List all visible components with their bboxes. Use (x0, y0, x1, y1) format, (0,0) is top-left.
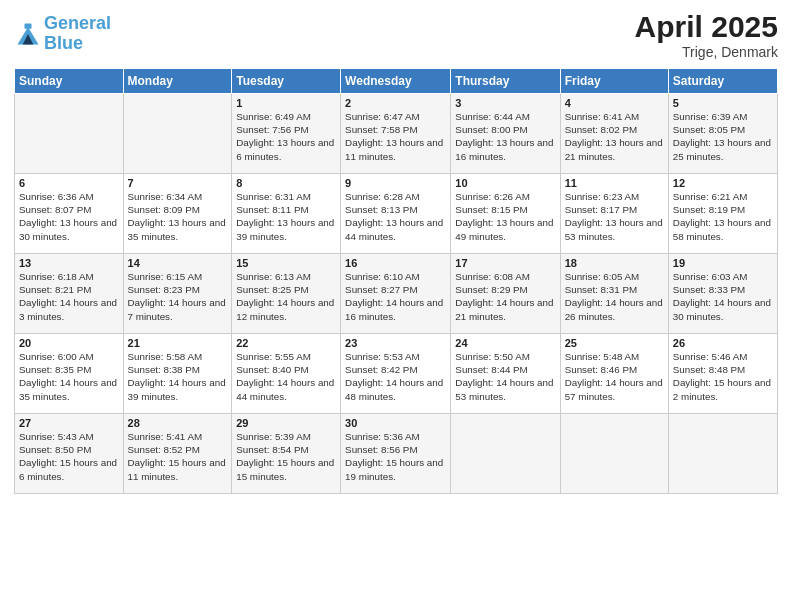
col-header-tuesday: Tuesday (232, 69, 341, 94)
day-info: Sunrise: 5:53 AMSunset: 8:42 PMDaylight:… (345, 350, 446, 403)
day-info: Sunrise: 6:44 AMSunset: 8:00 PMDaylight:… (455, 110, 555, 163)
calendar-cell: 29Sunrise: 5:39 AMSunset: 8:54 PMDayligh… (232, 414, 341, 494)
day-info: Sunrise: 5:58 AMSunset: 8:38 PMDaylight:… (128, 350, 228, 403)
day-number: 5 (673, 97, 773, 109)
col-header-saturday: Saturday (668, 69, 777, 94)
day-info: Sunrise: 6:34 AMSunset: 8:09 PMDaylight:… (128, 190, 228, 243)
logo: General Blue (14, 14, 111, 54)
calendar-cell: 10Sunrise: 6:26 AMSunset: 8:15 PMDayligh… (451, 174, 560, 254)
calendar-cell (123, 94, 232, 174)
day-info: Sunrise: 6:03 AMSunset: 8:33 PMDaylight:… (673, 270, 773, 323)
calendar-cell: 8Sunrise: 6:31 AMSunset: 8:11 PMDaylight… (232, 174, 341, 254)
day-info: Sunrise: 5:43 AMSunset: 8:50 PMDaylight:… (19, 430, 119, 483)
day-info: Sunrise: 5:36 AMSunset: 8:56 PMDaylight:… (345, 430, 446, 483)
calendar-week-3: 13Sunrise: 6:18 AMSunset: 8:21 PMDayligh… (15, 254, 778, 334)
day-number: 16 (345, 257, 446, 269)
calendar-cell: 22Sunrise: 5:55 AMSunset: 8:40 PMDayligh… (232, 334, 341, 414)
calendar-cell: 7Sunrise: 6:34 AMSunset: 8:09 PMDaylight… (123, 174, 232, 254)
main-title: April 2025 (635, 10, 778, 44)
day-number: 17 (455, 257, 555, 269)
day-number: 24 (455, 337, 555, 349)
title-block: April 2025 Trige, Denmark (635, 10, 778, 60)
day-number: 3 (455, 97, 555, 109)
day-number: 18 (565, 257, 664, 269)
day-info: Sunrise: 6:28 AMSunset: 8:13 PMDaylight:… (345, 190, 446, 243)
day-number: 14 (128, 257, 228, 269)
day-info: Sunrise: 6:26 AMSunset: 8:15 PMDaylight:… (455, 190, 555, 243)
day-number: 9 (345, 177, 446, 189)
calendar-week-1: 1Sunrise: 6:49 AMSunset: 7:56 PMDaylight… (15, 94, 778, 174)
calendar-cell: 18Sunrise: 6:05 AMSunset: 8:31 PMDayligh… (560, 254, 668, 334)
col-header-wednesday: Wednesday (341, 69, 451, 94)
day-info: Sunrise: 6:39 AMSunset: 8:05 PMDaylight:… (673, 110, 773, 163)
calendar-cell: 24Sunrise: 5:50 AMSunset: 8:44 PMDayligh… (451, 334, 560, 414)
day-number: 1 (236, 97, 336, 109)
day-number: 2 (345, 97, 446, 109)
calendar-week-4: 20Sunrise: 6:00 AMSunset: 8:35 PMDayligh… (15, 334, 778, 414)
page: General Blue April 2025 Trige, Denmark S… (0, 0, 792, 612)
calendar-cell: 27Sunrise: 5:43 AMSunset: 8:50 PMDayligh… (15, 414, 124, 494)
calendar-cell: 26Sunrise: 5:46 AMSunset: 8:48 PMDayligh… (668, 334, 777, 414)
day-number: 26 (673, 337, 773, 349)
svg-rect-2 (25, 23, 32, 28)
calendar-cell: 15Sunrise: 6:13 AMSunset: 8:25 PMDayligh… (232, 254, 341, 334)
day-info: Sunrise: 5:39 AMSunset: 8:54 PMDaylight:… (236, 430, 336, 483)
calendar-week-2: 6Sunrise: 6:36 AMSunset: 8:07 PMDaylight… (15, 174, 778, 254)
day-number: 4 (565, 97, 664, 109)
day-number: 20 (19, 337, 119, 349)
calendar-cell: 17Sunrise: 6:08 AMSunset: 8:29 PMDayligh… (451, 254, 560, 334)
logo-line1: General (44, 13, 111, 33)
day-info: Sunrise: 6:10 AMSunset: 8:27 PMDaylight:… (345, 270, 446, 323)
calendar-cell: 16Sunrise: 6:10 AMSunset: 8:27 PMDayligh… (341, 254, 451, 334)
day-number: 19 (673, 257, 773, 269)
day-number: 8 (236, 177, 336, 189)
calendar-table: SundayMondayTuesdayWednesdayThursdayFrid… (14, 68, 778, 494)
calendar-cell: 14Sunrise: 6:15 AMSunset: 8:23 PMDayligh… (123, 254, 232, 334)
day-info: Sunrise: 6:23 AMSunset: 8:17 PMDaylight:… (565, 190, 664, 243)
header: General Blue April 2025 Trige, Denmark (14, 10, 778, 60)
calendar-cell: 5Sunrise: 6:39 AMSunset: 8:05 PMDaylight… (668, 94, 777, 174)
calendar-cell: 21Sunrise: 5:58 AMSunset: 8:38 PMDayligh… (123, 334, 232, 414)
day-info: Sunrise: 5:50 AMSunset: 8:44 PMDaylight:… (455, 350, 555, 403)
calendar-cell: 6Sunrise: 6:36 AMSunset: 8:07 PMDaylight… (15, 174, 124, 254)
day-info: Sunrise: 6:41 AMSunset: 8:02 PMDaylight:… (565, 110, 664, 163)
day-info: Sunrise: 5:48 AMSunset: 8:46 PMDaylight:… (565, 350, 664, 403)
day-info: Sunrise: 5:41 AMSunset: 8:52 PMDaylight:… (128, 430, 228, 483)
day-number: 23 (345, 337, 446, 349)
calendar-cell: 25Sunrise: 5:48 AMSunset: 8:46 PMDayligh… (560, 334, 668, 414)
day-number: 6 (19, 177, 119, 189)
logo-line2: Blue (44, 33, 83, 53)
calendar-cell: 30Sunrise: 5:36 AMSunset: 8:56 PMDayligh… (341, 414, 451, 494)
calendar-cell: 23Sunrise: 5:53 AMSunset: 8:42 PMDayligh… (341, 334, 451, 414)
day-number: 15 (236, 257, 336, 269)
day-number: 28 (128, 417, 228, 429)
calendar-cell: 9Sunrise: 6:28 AMSunset: 8:13 PMDaylight… (341, 174, 451, 254)
day-info: Sunrise: 6:21 AMSunset: 8:19 PMDaylight:… (673, 190, 773, 243)
day-number: 13 (19, 257, 119, 269)
day-info: Sunrise: 6:47 AMSunset: 7:58 PMDaylight:… (345, 110, 446, 163)
calendar-cell (451, 414, 560, 494)
day-number: 7 (128, 177, 228, 189)
calendar-cell (15, 94, 124, 174)
subtitle: Trige, Denmark (635, 44, 778, 60)
calendar-header-row: SundayMondayTuesdayWednesdayThursdayFrid… (15, 69, 778, 94)
calendar-cell (560, 414, 668, 494)
day-number: 29 (236, 417, 336, 429)
day-info: Sunrise: 6:05 AMSunset: 8:31 PMDaylight:… (565, 270, 664, 323)
calendar-cell: 20Sunrise: 6:00 AMSunset: 8:35 PMDayligh… (15, 334, 124, 414)
col-header-thursday: Thursday (451, 69, 560, 94)
calendar-cell: 12Sunrise: 6:21 AMSunset: 8:19 PMDayligh… (668, 174, 777, 254)
day-info: Sunrise: 6:08 AMSunset: 8:29 PMDaylight:… (455, 270, 555, 323)
day-number: 22 (236, 337, 336, 349)
calendar-cell: 1Sunrise: 6:49 AMSunset: 7:56 PMDaylight… (232, 94, 341, 174)
day-number: 12 (673, 177, 773, 189)
day-number: 11 (565, 177, 664, 189)
col-header-sunday: Sunday (15, 69, 124, 94)
col-header-friday: Friday (560, 69, 668, 94)
day-info: Sunrise: 6:15 AMSunset: 8:23 PMDaylight:… (128, 270, 228, 323)
day-info: Sunrise: 6:49 AMSunset: 7:56 PMDaylight:… (236, 110, 336, 163)
day-info: Sunrise: 6:36 AMSunset: 8:07 PMDaylight:… (19, 190, 119, 243)
calendar-cell: 19Sunrise: 6:03 AMSunset: 8:33 PMDayligh… (668, 254, 777, 334)
day-number: 21 (128, 337, 228, 349)
calendar-body: 1Sunrise: 6:49 AMSunset: 7:56 PMDaylight… (15, 94, 778, 494)
